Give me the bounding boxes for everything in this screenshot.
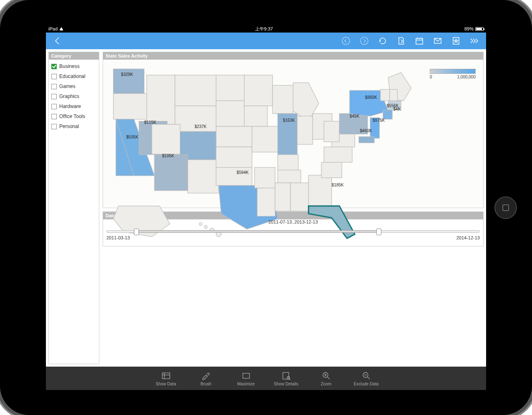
state-nh[interactable]: [390, 89, 397, 101]
state-ks[interactable]: [216, 147, 252, 167]
bottom-toolbar-label: Brush: [200, 382, 211, 386]
state-value-pa: $45K: [350, 114, 359, 118]
category-item-educational[interactable]: Educational: [50, 71, 97, 81]
export-button[interactable]: [393, 33, 409, 49]
state-md[interactable]: [359, 137, 374, 143]
category-label: Educational: [59, 73, 86, 79]
category-item-games[interactable]: Games: [50, 81, 97, 91]
state-nm[interactable]: [188, 160, 219, 193]
svg-point-0: [342, 37, 350, 45]
category-title: Category: [49, 52, 99, 60]
battery-icon: [475, 27, 484, 31]
map-body[interactable]: 0 1,000,000: [103, 60, 483, 208]
zoom-button[interactable]: Zoom: [314, 371, 339, 386]
state-mt[interactable]: [175, 75, 216, 106]
refresh-button[interactable]: [374, 33, 391, 49]
back-button[interactable]: [49, 33, 66, 49]
refresh-icon: [378, 36, 387, 45]
state-al[interactable]: [290, 183, 308, 211]
checkbox-icon[interactable]: [51, 104, 57, 109]
state-la[interactable]: [257, 188, 275, 216]
state-wv[interactable]: [324, 121, 339, 142]
ipad-frame: iPad 上午9:37 89%: [0, 0, 532, 415]
state-vt[interactable]: [381, 89, 390, 101]
arrow-right-circle-icon: [360, 36, 369, 45]
nav-prev-button[interactable]: [338, 33, 354, 49]
category-item-office-tools[interactable]: Office Tools: [50, 111, 97, 121]
checkbox-icon[interactable]: [51, 124, 57, 129]
zoom-in-icon: [321, 371, 331, 381]
date-slider-handle-end[interactable]: [376, 229, 381, 235]
more-button[interactable]: [466, 33, 483, 49]
envelope-icon: [433, 36, 442, 45]
state-mo[interactable]: [252, 126, 278, 152]
chevron-left-icon: [53, 36, 62, 45]
show-details-button[interactable]: Show Details: [274, 371, 299, 386]
category-panel: Category BusinessEducationalGamesGraphic…: [48, 52, 99, 364]
state-ms[interactable]: [275, 183, 290, 211]
state-nc[interactable]: [324, 147, 352, 162]
battery-pct: 89%: [464, 26, 474, 31]
checkbox-icon[interactable]: [51, 84, 57, 89]
checkbox-icon[interactable]: [51, 74, 57, 79]
category-item-business[interactable]: Business: [50, 61, 97, 71]
state-nd[interactable]: [216, 75, 245, 101]
home-button[interactable]: [494, 196, 517, 219]
top-toolbar: [46, 33, 486, 49]
state-value-md: $460K: [360, 128, 372, 133]
state-sd[interactable]: [216, 101, 245, 126]
state-sc[interactable]: [321, 162, 342, 178]
arrow-left-circle-icon: [341, 36, 350, 45]
maximize-button[interactable]: Maximize: [234, 371, 259, 386]
svg-line-27: [368, 377, 370, 379]
us-map[interactable]: [103, 60, 483, 242]
state-mn[interactable]: [245, 75, 273, 106]
date-slider-handle-start[interactable]: [134, 229, 139, 235]
category-label: Graphics: [59, 93, 79, 99]
state-wi[interactable]: [272, 86, 293, 114]
checkbox-icon[interactable]: [51, 64, 57, 69]
calendar-button[interactable]: [411, 33, 428, 49]
state-in[interactable]: [297, 116, 313, 144]
state-az[interactable]: [154, 155, 188, 191]
state-ia[interactable]: [245, 106, 267, 126]
bottom-toolbar-label: Exclude Data: [354, 382, 378, 386]
state-or[interactable]: [113, 93, 147, 119]
date-slider[interactable]: [106, 230, 480, 233]
state-ga[interactable]: [308, 175, 331, 206]
wifi-icon: [59, 27, 63, 30]
date-range-caption: 2011-07-13..2013-12-13: [268, 219, 318, 224]
state-tn[interactable]: [278, 170, 301, 183]
bottom-toolbar-label: Show Details: [274, 382, 298, 386]
exclude-data-button[interactable]: Exclude Data: [354, 371, 379, 386]
bottom-toolbar: Show DataBrushMaximizeShow DetailsZoomEx…: [46, 367, 486, 390]
state-value-ca: $535K: [126, 135, 138, 139]
state-value-il: $163K: [283, 118, 295, 123]
state-value-nv: $115K: [144, 120, 156, 125]
state-value-nj: $975K: [373, 118, 385, 123]
category-label: Games: [59, 83, 76, 89]
state-ar[interactable]: [255, 168, 275, 188]
checkbox-icon[interactable]: [51, 94, 57, 99]
show-data-button[interactable]: Show Data: [154, 371, 179, 386]
brush-button[interactable]: Brush: [194, 371, 219, 386]
state-value-fl: $185K: [332, 183, 344, 187]
state-ky[interactable]: [278, 155, 298, 170]
category-label: Office Tools: [59, 113, 85, 119]
checkbox-icon[interactable]: [51, 114, 57, 119]
email-button[interactable]: [429, 33, 446, 49]
category-item-graphics[interactable]: Graphics: [50, 91, 97, 101]
state-value-ma: $4K: [393, 107, 401, 111]
svg-rect-18: [283, 372, 289, 379]
brush-icon: [201, 371, 211, 381]
nav-next-button[interactable]: [356, 33, 373, 49]
state-ut[interactable]: [152, 124, 180, 154]
favorite-button[interactable]: [448, 33, 464, 49]
category-item-hardware[interactable]: Hardware: [50, 101, 97, 111]
category-label: Personal: [59, 123, 79, 129]
state-ne[interactable]: [216, 126, 252, 147]
status-bar: iPad 上午9:37 89%: [46, 25, 486, 33]
page-export-icon: [396, 36, 406, 45]
category-item-personal[interactable]: Personal: [50, 121, 97, 131]
state-id[interactable]: [147, 75, 175, 124]
